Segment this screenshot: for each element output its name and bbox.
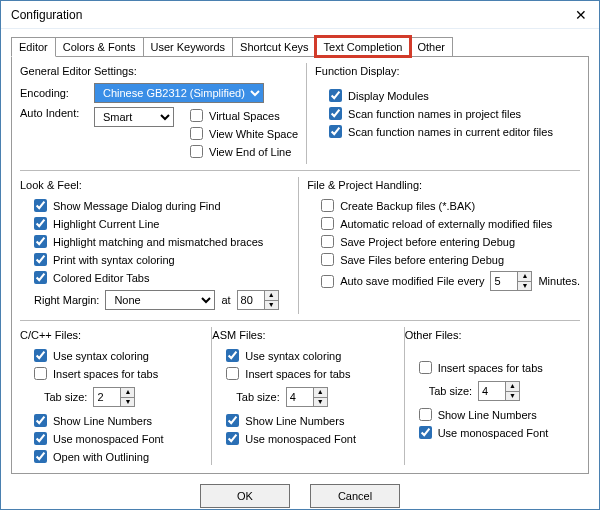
autoindent-label: Auto Indent: xyxy=(20,107,88,119)
cc-spaces-label: Insert spaces for tabs xyxy=(53,368,158,380)
cancel-button[interactable]: Cancel xyxy=(310,484,400,508)
asm-mono-check[interactable] xyxy=(226,432,239,445)
printsyntax-label: Print with syntax coloring xyxy=(53,254,175,266)
other-tabsize-input[interactable] xyxy=(478,381,506,401)
scan-project-label: Scan function names in project files xyxy=(348,108,521,120)
spin-down-icon[interactable]: ▼ xyxy=(506,392,520,402)
encoding-select[interactable]: Chinese GB2312 (Simplified) xyxy=(94,83,264,103)
cc-tabsize-spin[interactable]: ▲▼ xyxy=(93,387,135,407)
display-modules-label: Display Modules xyxy=(348,90,429,102)
cc-tabsize-input[interactable] xyxy=(93,387,121,407)
cc-linenum-label: Show Line Numbers xyxy=(53,415,152,427)
view-white-label: View White Space xyxy=(209,128,298,140)
autosave-spin[interactable]: ▲▼ xyxy=(490,271,532,291)
autosave-label: Auto save modified File every xyxy=(340,275,484,287)
editor-pane: General Editor Settings: Encoding: Chine… xyxy=(11,57,589,474)
cc-linenum-check[interactable] xyxy=(34,414,47,427)
cc-syntax-label: Use syntax coloring xyxy=(53,350,149,362)
autoindent-select[interactable]: Smart xyxy=(94,107,174,127)
spin-up-icon[interactable]: ▲ xyxy=(518,271,532,282)
spin-down-icon[interactable]: ▼ xyxy=(121,398,135,408)
asm-spaces-label: Insert spaces for tabs xyxy=(245,368,350,380)
autosave-check[interactable] xyxy=(321,275,334,288)
tab-text-completion[interactable]: Text Completion xyxy=(316,37,411,56)
scan-editor-label: Scan function names in current editor fi… xyxy=(348,126,553,138)
virtual-spaces-check[interactable] xyxy=(190,109,203,122)
func-title: Function Display: xyxy=(315,65,580,77)
colortabs-label: Colored Editor Tabs xyxy=(53,272,149,284)
showmsg-check[interactable] xyxy=(34,199,47,212)
saveproj-check[interactable] xyxy=(321,235,334,248)
tab-user-keywords[interactable]: User Keywords xyxy=(143,37,234,56)
hlmatch-label: Highlight matching and mismatched braces xyxy=(53,236,263,248)
colortabs-check[interactable] xyxy=(34,271,47,284)
cc-mono-check[interactable] xyxy=(34,432,47,445)
encoding-label: Encoding: xyxy=(20,87,88,99)
asm-mono-label: Use monospaced Font xyxy=(245,433,356,445)
rmargin-label: Right Margin: xyxy=(34,294,99,306)
spin-up-icon[interactable]: ▲ xyxy=(314,387,328,398)
asm-tabsize-spin[interactable]: ▲▼ xyxy=(286,387,328,407)
rmargin-select[interactable]: None xyxy=(105,290,215,310)
view-white-check[interactable] xyxy=(190,127,203,140)
minutes-label: Minutes. xyxy=(538,275,580,287)
spin-up-icon[interactable]: ▲ xyxy=(121,387,135,398)
hlcurrent-check[interactable] xyxy=(34,217,47,230)
other-spaces-label: Insert spaces for tabs xyxy=(438,362,543,374)
tab-colors[interactable]: Colors & Fonts xyxy=(55,37,144,56)
spin-down-icon[interactable]: ▼ xyxy=(518,282,532,292)
other-tabsize-label: Tab size: xyxy=(429,385,472,397)
asm-title: ASM Files: xyxy=(212,329,387,341)
reload-label: Automatic reload of externally modified … xyxy=(340,218,552,230)
other-mono-label: Use monospaced Font xyxy=(438,427,549,439)
other-spaces-check[interactable] xyxy=(419,361,432,374)
titlebar: Configuration ✕ xyxy=(1,1,599,29)
close-icon[interactable]: ✕ xyxy=(571,7,591,23)
other-mono-check[interactable] xyxy=(419,426,432,439)
tab-shortcut-keys[interactable]: Shortcut Keys xyxy=(232,37,316,56)
reload-check[interactable] xyxy=(321,217,334,230)
rmargin-at-spin[interactable]: ▲▼ xyxy=(237,290,279,310)
spin-up-icon[interactable]: ▲ xyxy=(506,381,520,392)
printsyntax-check[interactable] xyxy=(34,253,47,266)
tab-editor[interactable]: Editor xyxy=(11,37,56,57)
view-eol-label: View End of Line xyxy=(209,146,291,158)
savefiles-label: Save Files before entering Debug xyxy=(340,254,504,266)
savefiles-check[interactable] xyxy=(321,253,334,266)
asm-tabsize-label: Tab size: xyxy=(236,391,279,403)
general-title: General Editor Settings: xyxy=(20,65,298,77)
backup-check[interactable] xyxy=(321,199,334,212)
ok-button[interactable]: OK xyxy=(200,484,290,508)
spin-down-icon[interactable]: ▼ xyxy=(265,301,279,311)
spin-up-icon[interactable]: ▲ xyxy=(265,290,279,301)
cc-mono-label: Use monospaced Font xyxy=(53,433,164,445)
asm-spaces-check[interactable] xyxy=(226,367,239,380)
cc-syntax-check[interactable] xyxy=(34,349,47,362)
autosave-input[interactable] xyxy=(490,271,518,291)
other-tabsize-spin[interactable]: ▲▼ xyxy=(478,381,520,401)
scan-project-check[interactable] xyxy=(329,107,342,120)
tab-other[interactable]: Other xyxy=(409,37,453,56)
cc-tabsize-label: Tab size: xyxy=(44,391,87,403)
cc-title: C/C++ Files: xyxy=(20,329,195,341)
view-eol-check[interactable] xyxy=(190,145,203,158)
hlcurrent-label: Highlight Current Line xyxy=(53,218,159,230)
hlmatch-check[interactable] xyxy=(34,235,47,248)
cc-spaces-check[interactable] xyxy=(34,367,47,380)
display-modules-check[interactable] xyxy=(329,89,342,102)
backup-label: Create Backup files (*.BAK) xyxy=(340,200,475,212)
asm-tabsize-input[interactable] xyxy=(286,387,314,407)
asm-linenum-label: Show Line Numbers xyxy=(245,415,344,427)
other-title: Other Files: xyxy=(405,329,580,341)
other-linenum-check[interactable] xyxy=(419,408,432,421)
virtual-spaces-label: Virtual Spaces xyxy=(209,110,280,122)
other-linenum-label: Show Line Numbers xyxy=(438,409,537,421)
rmargin-at-input[interactable] xyxy=(237,290,265,310)
showmsg-label: Show Message Dialog during Find xyxy=(53,200,221,212)
asm-syntax-check[interactable] xyxy=(226,349,239,362)
scan-editor-check[interactable] xyxy=(329,125,342,138)
spin-down-icon[interactable]: ▼ xyxy=(314,398,328,408)
cc-outline-check[interactable] xyxy=(34,450,47,463)
at-label: at xyxy=(221,294,230,306)
asm-linenum-check[interactable] xyxy=(226,414,239,427)
